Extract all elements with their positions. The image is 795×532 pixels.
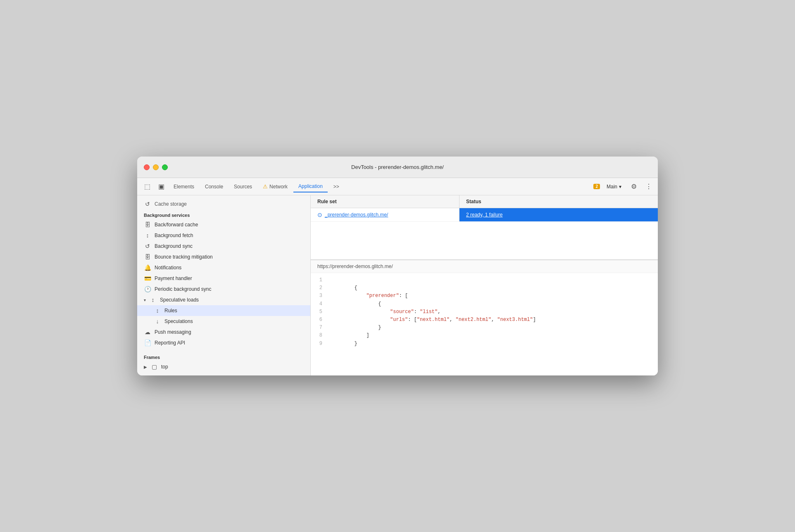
sidebar-item-rules[interactable]: ↕ Rules [137,305,310,316]
notification-badge: 2 [593,184,600,189]
code-content: { "prerender": [ { "source": "list", "ur… [327,275,658,349]
code-body: 1 2 3 4 5 6 7 8 9 { "prerender": [ { [311,273,658,351]
col-status: Status [459,195,658,208]
sidebar-cache-label: Cache storage [155,201,187,207]
doc-icon: 📄 [144,340,151,346]
tab-sources[interactable]: Sources [229,181,257,192]
background-fetch-label: Background fetch [155,233,193,238]
chevron-down-icon: ▾ [619,184,621,190]
sidebar-item-periodic-background-sync[interactable]: 🕐 Periodic background sync [137,284,310,294]
col-rule-set: Rule set [311,195,459,208]
table-area: Rule set Status ⊙ _prerender-demos.glitc… [311,195,658,260]
speculative-icon: ↕ [149,297,157,303]
sidebar-item-cache-storage[interactable]: ↺ Cache storage [137,199,310,209]
tabbar: ⬚ ▣ Elements Console Sources ⚠ Network A… [137,178,658,195]
payment-icon: 💳 [144,275,151,282]
tab-network[interactable]: ⚠ Network [258,181,293,192]
background-sync-label: Background sync [155,243,193,249]
ln-9: 9 [316,340,322,348]
sidebar-item-top[interactable]: ▶ ▢ top [137,361,310,372]
inspect-icon[interactable]: ⬚ [140,180,154,193]
tabbar-right: 2 Main ▾ ⚙ ⋮ [593,181,655,192]
ln-4: 4 [316,300,322,308]
code-line-8: ] [331,332,655,340]
code-line-9: } [331,340,655,348]
td-status: 2 ready, 1 failure [459,208,658,221]
sidebar-item-speculative-loads[interactable]: ▾ ↕ Speculative loads [137,294,310,305]
frames-section: Frames ▶ ▢ top [137,352,310,372]
tracking-icon: 🗄 [144,254,151,260]
expand-arrow-icon: ▾ [144,298,146,302]
tab-application[interactable]: Application [293,181,328,192]
code-line-4: { [331,300,655,308]
sidebar-item-bounce-tracking[interactable]: 🗄 Bounce tracking mitigation [137,252,310,262]
code-line-3: "prerender": [ [331,292,655,300]
bounce-tracking-label: Bounce tracking mitigation [155,254,213,260]
code-url: https://prerender-demos.glitch.me/ [311,260,658,273]
titlebar: DevTools - prerender-demos.glitch.me/ [137,157,658,178]
tab-console[interactable]: Console [200,181,228,192]
code-line-1 [331,276,655,284]
traffic-lights [144,164,168,170]
table-header: Rule set Status [311,195,658,208]
td-rule-set: ⊙ _prerender-demos.glitch.me/ [311,208,459,221]
rules-label: Rules [164,308,177,314]
maximize-button[interactable] [162,164,168,170]
sidebar-item-payment-handler[interactable]: 💳 Payment handler [137,273,310,284]
ln-6: 6 [316,316,322,324]
periodic-sync-label: Periodic background sync [155,286,211,292]
tab-more[interactable]: >> [328,181,344,192]
database-icon: 🗄 [144,221,151,228]
more-options-icon[interactable]: ⋮ [643,181,655,192]
device-icon[interactable]: ▣ [155,180,168,193]
cloud-icon: ☁ [144,329,151,335]
rule-set-link[interactable]: _prerender-demos.glitch.me/ [325,212,388,218]
ln-5: 5 [316,308,322,316]
warning-icon: ⚠ [263,183,268,190]
tab-elements[interactable]: Elements [169,181,199,192]
speculative-loads-label: Speculative loads [160,297,199,303]
main-dropdown[interactable]: Main ▾ [603,182,625,191]
push-messaging-label: Push messaging [155,329,191,335]
reporting-api-label: Reporting API [155,340,185,346]
sidebar-item-reporting-api[interactable]: 📄 Reporting API [137,337,310,348]
status-link[interactable]: 2 ready, 1 failure [466,212,503,218]
speculations-icon: ↓ [154,318,161,325]
sync-icon: ↺ [144,243,151,249]
content-panel: Rule set Status ⊙ _prerender-demos.glitc… [311,195,658,375]
code-line-6: "urls": ["next.html", "next2.html", "nex… [331,316,655,324]
minimize-button[interactable] [153,164,159,170]
frame-expand-icon: ▶ [144,365,147,369]
sidebar-item-background-sync[interactable]: ↺ Background sync [137,241,310,252]
ln-1: 1 [316,276,322,284]
sidebar-section-background-services: Background services [137,209,310,219]
back-forward-cache-label: Back/forward cache [155,222,198,228]
clock-icon: 🕐 [144,286,151,292]
speculations-label: Speculations [164,318,193,324]
code-line-5: "source": "list", [331,308,655,316]
sidebar: ↺ Cache storage Background services 🗄 Ba… [137,195,311,375]
ln-2: 2 [316,284,322,292]
code-area: https://prerender-demos.glitch.me/ 1 2 3… [311,260,658,375]
sidebar-item-background-fetch[interactable]: ↕ Background fetch [137,230,310,241]
payment-handler-label: Payment handler [155,276,192,281]
notifications-label: Notifications [155,265,181,271]
sidebar-item-back-forward-cache[interactable]: 🗄 Back/forward cache [137,219,310,230]
frame-top-label: top [161,364,168,370]
ln-7: 7 [316,324,322,332]
main-content: ↺ Cache storage Background services 🗄 Ba… [137,195,658,375]
ln-8: 8 [316,332,322,340]
code-line-2: { [331,284,655,292]
settings-icon[interactable]: ⚙ [628,181,640,192]
table-row[interactable]: ⊙ _prerender-demos.glitch.me/ 2 ready, 1… [311,208,658,222]
cache-icon: ↺ [144,201,151,207]
sidebar-item-speculations[interactable]: ↓ Speculations [137,316,310,327]
rules-icon: ↕ [154,307,161,314]
sidebar-item-notifications[interactable]: 🔔 Notifications [137,262,310,273]
devtools-window: DevTools - prerender-demos.glitch.me/ ⬚ … [137,157,658,375]
code-line-7: } [331,324,655,332]
sidebar-item-push-messaging[interactable]: ☁ Push messaging [137,327,310,337]
close-button[interactable] [144,164,150,170]
prerender-icon: ⊙ [317,211,322,218]
transfer-icon: ↕ [144,232,151,239]
